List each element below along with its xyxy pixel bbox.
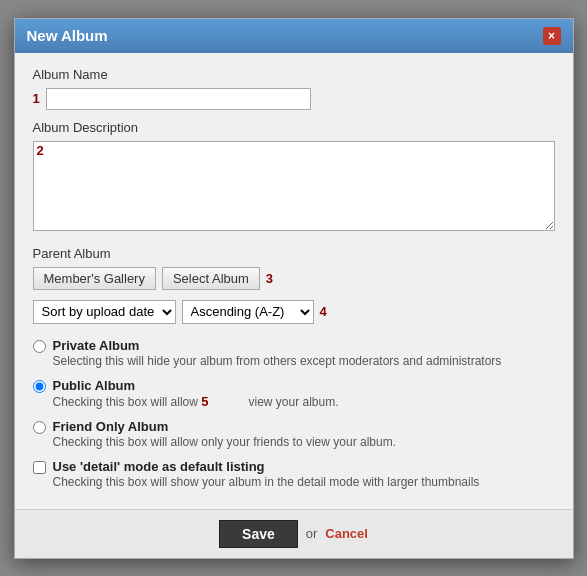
modal-header: New Album × <box>15 19 573 53</box>
cancel-button[interactable]: Cancel <box>325 526 368 541</box>
public-radio[interactable] <box>33 380 46 393</box>
friend-title: Friend Only Album <box>53 419 396 434</box>
sort-row: Sort by upload date Sort by title Sort b… <box>33 300 555 324</box>
album-name-section: Album Name <box>33 67 555 86</box>
album-desc-section: 2 <box>33 139 555 234</box>
album-desc-number: 2 <box>37 143 44 158</box>
sort-select[interactable]: Sort by upload date Sort by title Sort b… <box>33 300 176 324</box>
detail-desc: Checking this box will show your album i… <box>53 475 480 489</box>
detail-option: Use 'detail' mode as default listing Che… <box>33 459 555 489</box>
parent-album-row: Member's Gallery Select Album 3 <box>33 267 555 290</box>
album-desc-input[interactable] <box>33 141 555 231</box>
detail-title: Use 'detail' mode as default listing <box>53 459 480 474</box>
private-option: Private Album Selecting this will hide y… <box>33 338 555 368</box>
modal-body: Album Name 1 Album Description 2 Parent … <box>15 53 573 509</box>
friend-desc: Checking this box will allow only your f… <box>53 435 396 449</box>
private-title: Private Album <box>53 338 502 353</box>
friend-text: Friend Only Album Checking this box will… <box>53 419 396 449</box>
album-desc-label: Album Description <box>33 120 555 135</box>
modal-close-button[interactable]: × <box>543 27 561 45</box>
album-name-label: Album Name <box>33 67 108 82</box>
private-desc: Selecting this will hide your album from… <box>53 354 502 368</box>
public-number: 5 <box>201 394 208 409</box>
save-button[interactable]: Save <box>219 520 298 548</box>
detail-text: Use 'detail' mode as default listing Che… <box>53 459 480 489</box>
modal-title: New Album <box>27 27 108 44</box>
friend-radio[interactable] <box>33 421 46 434</box>
album-name-input[interactable] <box>46 88 311 110</box>
select-album-button[interactable]: Select Album <box>162 267 260 290</box>
parent-album-label: Parent Album <box>33 246 555 261</box>
public-title: Public Album <box>53 378 339 393</box>
order-select[interactable]: Ascending (A-Z) Descending (Z-A) <box>182 300 314 324</box>
album-name-number: 1 <box>33 91 40 106</box>
private-radio[interactable] <box>33 340 46 353</box>
parent-number: 3 <box>266 271 273 286</box>
sort-number: 4 <box>320 304 327 319</box>
member-gallery-button[interactable]: Member's Gallery <box>33 267 156 290</box>
detail-checkbox[interactable] <box>33 461 46 474</box>
public-desc: Checking this box will allow 5 view your… <box>53 394 339 409</box>
footer-or: or <box>306 526 318 541</box>
modal-footer: Save or Cancel <box>15 509 573 558</box>
public-text: Public Album Checking this box will allo… <box>53 378 339 409</box>
album-type-group: Private Album Selecting this will hide y… <box>33 338 555 489</box>
new-album-modal: New Album × Album Name 1 Album Descripti… <box>14 18 574 559</box>
public-option: Public Album Checking this box will allo… <box>33 378 555 409</box>
private-text: Private Album Selecting this will hide y… <box>53 338 502 368</box>
friend-option: Friend Only Album Checking this box will… <box>33 419 555 449</box>
